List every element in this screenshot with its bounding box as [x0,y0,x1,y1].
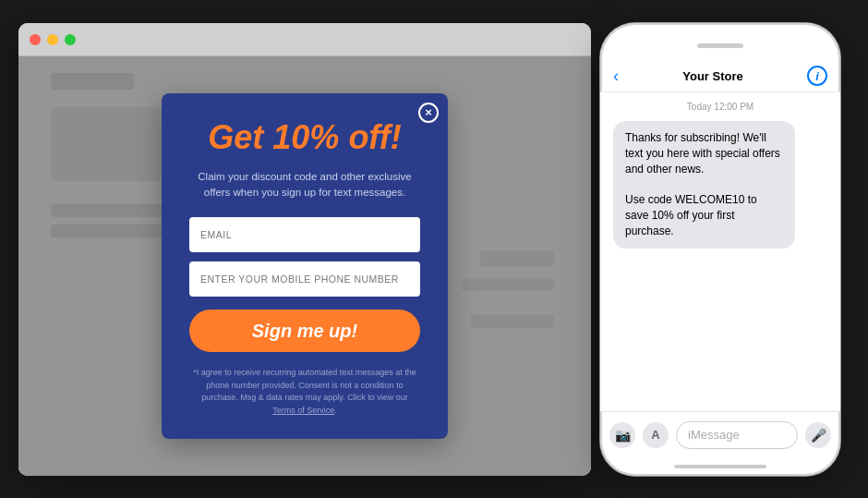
iphone-speaker [697,43,743,48]
browser-maximize-btn[interactable] [65,34,76,45]
back-button[interactable]: ‹ [613,67,619,86]
phone-input[interactable] [189,261,420,297]
terms-of-service-link[interactable]: Terms of Service [272,406,334,415]
home-indicator [600,457,840,476]
home-bar [674,465,766,468]
send-button[interactable]: 🎤 [805,422,831,448]
iphone-frame: ‹ Your Store i Today 12:00 PM Thanks for… [600,23,840,476]
chat-bubble-text: Thanks for subscribing! We'll text you h… [625,131,780,237]
chat-date: Today 12:00 PM [613,102,827,112]
chat-bubble: Thanks for subscribing! We'll text you h… [613,121,795,249]
iphone-top-bar [600,23,840,60]
signup-button[interactable]: Sign me up! [189,310,420,352]
modal: × Get 10% off! Claim your discount code … [162,93,448,439]
info-button[interactable]: i [807,66,827,86]
modal-headline: Get 10% off! [189,119,420,156]
modal-close-button[interactable]: × [418,103,439,123]
browser-minimize-btn[interactable] [47,34,58,45]
browser-content: × Get 10% off! Claim your discount code … [18,56,591,476]
scene: × Get 10% off! Claim your discount code … [0,0,868,498]
store-name: Your Store [682,69,743,83]
iphone-nav: ‹ Your Store i [600,60,840,92]
chat-area: Today 12:00 PM Thanks for subscribing! W… [600,92,840,411]
modal-overlay: × Get 10% off! Claim your discount code … [18,56,591,476]
camera-icon[interactable]: 📷 [609,422,635,448]
browser-window: × Get 10% off! Claim your discount code … [18,23,591,476]
imessage-input-field[interactable]: iMessage [676,421,798,449]
modal-disclaimer: *I agree to receive recurring automated … [189,367,420,417]
browser-titlebar [18,23,591,56]
page-background: × Get 10% off! Claim your discount code … [18,56,591,476]
modal-subtext: Claim your discount code and other exclu… [189,169,420,201]
imessage-placeholder: iMessage [688,428,740,442]
iphone-nav-center: Your Store [682,69,743,83]
email-input[interactable] [189,217,420,252]
browser-close-btn[interactable] [30,34,41,45]
imessage-input-bar: 📷 A iMessage 🎤 [600,411,840,457]
apps-icon[interactable]: A [643,422,669,448]
